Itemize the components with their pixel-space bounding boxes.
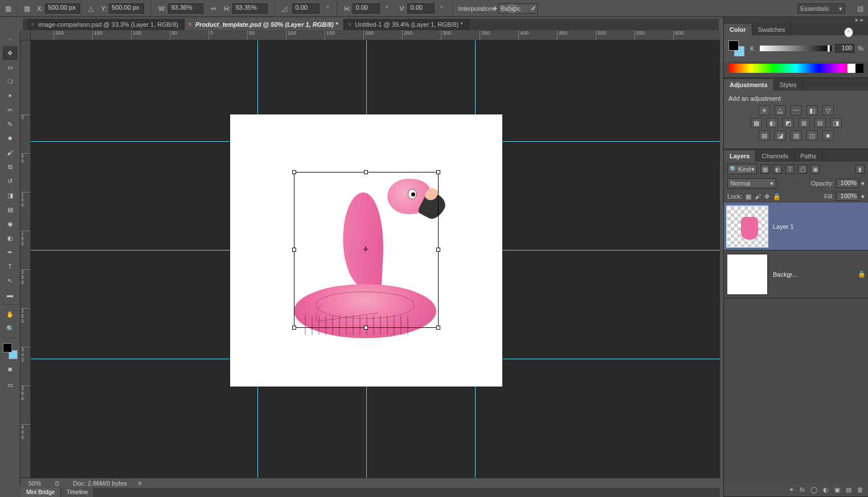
collapse-tools-icon[interactable]: » [6,35,15,44]
dock-collapse-icon[interactable]: ►► [724,17,868,23]
marquee-tool[interactable]: ▭ [3,60,18,74]
lock-position-icon[interactable]: ✥ [764,193,769,200]
adj-brightness-icon[interactable]: ☀ [759,105,770,116]
adj-posterize-icon[interactable]: ▤ [759,130,770,141]
angle-field[interactable]: 0.00 [292,3,320,14]
fill-flyout-icon[interactable]: ▾ [861,193,865,200]
healing-brush-tool[interactable]: ✹ [3,132,18,145]
filter-pixel-icon[interactable]: ▦ [760,165,769,174]
link-wh-icon[interactable]: ⇔ [209,4,218,13]
clone-stamp-tool[interactable]: ⧉ [3,160,18,174]
shape-tool[interactable]: ▬ [3,288,18,302]
y-field[interactable]: 500.00 px [109,3,144,14]
cancel-transform-icon[interactable]: ⃠ [509,4,518,13]
lock-transparency-icon[interactable]: ▩ [746,193,751,200]
adj-selective-color-icon[interactable]: ◫ [806,130,818,141]
close-tab-icon[interactable]: × [347,20,351,28]
skew-h-field[interactable]: 0.00 [353,3,380,14]
move-tool[interactable]: ✥ [3,46,18,60]
foreground-background-swatch[interactable] [3,343,18,359]
transform-center-icon[interactable] [363,247,370,253]
filter-toggle-icon[interactable]: ▮ [855,165,865,174]
lasso-tool[interactable]: ❍ [3,75,18,88]
layer-row[interactable]: 👁 Backgr... 🔒 [724,250,868,298]
layer-name[interactable]: Layer 1 [773,223,794,230]
handle-se[interactable] [436,326,440,330]
adj-channel-mixer-icon[interactable]: ⊞ [799,118,810,128]
adj-solid-icon[interactable]: ■ [822,130,834,141]
handle-s[interactable] [364,326,368,330]
w-field[interactable]: 93.36% [168,3,203,14]
quick-mask-icon[interactable]: ◙ [3,363,18,375]
document-tab[interactable]: ×Product_template.psd @ 50% (Layer 1, RG… [185,19,344,30]
fill-field[interactable]: 100% [836,192,859,201]
document-tab[interactable]: ×Untitled-1 @ 39.4% (Layer 1, RGB/8) * [344,19,469,30]
vertical-ruler[interactable]: 050100150200250300350400 [21,40,31,478]
link-layers-icon[interactable]: ⚭ [789,486,794,494]
layer-name[interactable]: Backgr... [773,271,797,278]
adj-invert-icon[interactable]: ◨ [830,118,842,128]
k-value-field[interactable]: 100 [835,44,854,53]
canvas-viewport[interactable] [31,40,720,478]
warp-mode-icon[interactable]: ✦ [490,4,499,13]
tab-adjustments[interactable]: Adjustments [724,79,774,91]
hand-tool[interactable]: ✋ [3,307,18,321]
blur-tool[interactable]: ◉ [3,217,18,231]
zoom-tool[interactable]: 🔍 [3,322,18,335]
close-tab-icon[interactable]: × [188,20,192,28]
reference-point-icon[interactable]: ▦ [22,4,31,13]
status-menu-icon[interactable]: ⊙ [52,479,62,488]
handle-sw[interactable] [292,326,296,330]
tab-paths[interactable]: Paths [795,150,822,162]
lock-all-icon[interactable]: 🔒 [773,193,781,200]
layer-filter-kind[interactable]: 🔍Kind▾ [727,164,757,174]
blend-mode-dropdown[interactable]: Normal▾ [727,178,776,188]
transform-bounding-box[interactable] [294,172,439,328]
x-field[interactable]: 500.00 px [45,3,80,14]
workspace-dropdown[interactable]: Essentials▾ [797,3,845,14]
adj-vibrance-icon[interactable]: ▽ [822,105,834,116]
close-tab-icon[interactable]: × [31,20,35,28]
filter-smart-icon[interactable]: ▣ [810,165,820,174]
search-icon[interactable]: ▤ [855,4,865,13]
adj-hue-icon[interactable]: ▦ [751,118,762,128]
pen-tool[interactable]: ✒ [3,245,18,259]
horizontal-ruler[interactable]: 2001501005005010015020025030035040045050… [31,30,720,40]
handle-nw[interactable] [292,170,296,174]
filter-type-icon[interactable]: T [785,165,795,174]
adj-bw-icon[interactable]: ◐ [767,118,778,128]
magic-wand-tool[interactable]: ✶ [3,89,18,102]
adj-color-lookup-icon[interactable]: ⊟ [814,118,826,128]
eyedropper-tool[interactable]: ✎ [3,117,18,131]
tab-swatches[interactable]: Swatches [752,24,792,35]
layer-thumbnail[interactable] [726,253,768,295]
adj-curves-icon[interactable]: 〰 [791,105,802,116]
document-tab[interactable]: ×image-comparison.psd @ 33.3% (Layer 1, … [27,19,185,30]
adj-levels-icon[interactable]: ⧋ [775,105,786,116]
skew-v-field[interactable]: 0.00 [407,3,435,14]
layer-fx-icon[interactable]: fx [800,486,805,493]
dodge-tool[interactable]: ◐ [3,231,18,245]
eraser-tool[interactable]: ◨ [3,188,18,202]
handle-n[interactable] [364,170,368,174]
opacity-field[interactable]: 100% [836,179,859,188]
tab-styles[interactable]: Styles [774,79,803,91]
gradient-tool[interactable]: ▤ [3,203,18,216]
path-selection-tool[interactable]: ↖ [3,274,18,287]
delete-layer-icon[interactable]: 🗑 [857,486,863,493]
adj-threshold-icon[interactable]: ◪ [775,130,786,141]
commit-transform-icon[interactable]: ✓ [529,4,538,13]
opacity-flyout-icon[interactable]: ▾ [861,180,865,187]
handle-ne[interactable] [436,170,440,174]
layer-mask-icon[interactable]: ◯ [810,486,817,494]
history-brush-tool[interactable]: ↺ [3,174,18,188]
color-spectrum[interactable] [728,64,863,73]
tab-channels[interactable]: Channels [756,150,794,162]
handle-w[interactable] [292,248,296,252]
k-slider[interactable] [760,46,832,51]
new-adjustment-icon[interactable]: ◐ [823,486,829,494]
h-field[interactable]: 93.35% [232,3,268,14]
brush-tool[interactable]: 🖌 [3,146,18,159]
layer-row[interactable]: 👁 Layer 1 [724,203,868,250]
filter-shape-icon[interactable]: ▢ [798,165,807,174]
